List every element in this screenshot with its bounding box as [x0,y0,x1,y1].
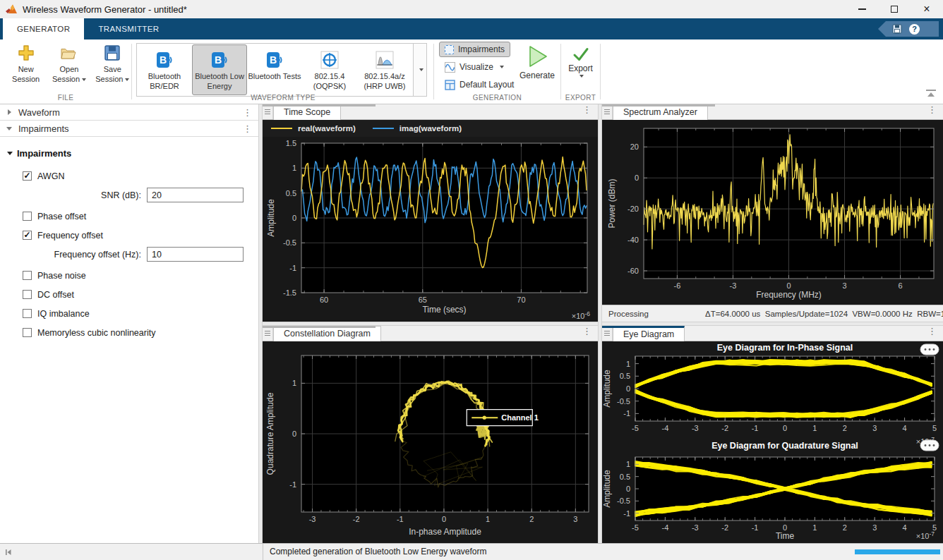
panel-handle[interactable] [602,104,613,119]
panel-handle[interactable] [602,326,613,341]
frequency-offset-hz-row: Frequency offset (Hz): [0,247,258,262]
close-button[interactable]: × [911,0,943,18]
snr-input[interactable] [147,188,244,202]
tab-transmitter[interactable]: TRANSMITTER [84,18,173,39]
legend-swatch-imag [373,128,394,130]
default-layout-button[interactable]: Default Layout [439,77,519,92]
awgn-checkbox[interactable] [23,171,32,181]
collapse-icon [926,90,936,91]
minimize-button[interactable] [846,0,878,18]
spectrum-tab[interactable]: Spectrum Analyzer [613,104,708,120]
export-button[interactable]: Export [561,39,600,78]
open-session-button[interactable]: Open Session [50,44,88,85]
panel-handle[interactable] [263,104,273,119]
svg-text:-1: -1 [289,264,296,272]
handle-icon [604,109,610,115]
iq-imbalance-checkbox[interactable] [23,309,32,318]
open-folder-icon [60,44,78,62]
svg-text:-20: -20 [627,205,639,213]
panel-drag-strip[interactable] [602,104,715,106]
dc-offset-checkbox[interactable] [23,290,32,299]
spectrum-status-measurements: ΔT=64.0000 us Samples/Update=1024 VBW=0.… [705,310,943,318]
waveform-type-gallery: B Bluetooth BR/EDR B Bluetooth Low Energ… [136,43,427,97]
svg-text:0: 0 [626,485,630,493]
svg-text:0.5: 0.5 [620,473,630,481]
spectrum-body: -6-3036-60-40-20020Power (dBm)Frequency … [602,120,943,322]
awgn-row: AWGN [23,171,258,181]
svg-text:0: 0 [635,174,639,182]
spectrum-tabbar: Spectrum Analyzer ⋮ [602,104,943,120]
eye-body: -5-4-3-2-1012345-1-0.500.51Eye Diagram f… [602,341,943,543]
eye-diagram-tab[interactable]: Eye Diagram [613,326,685,341]
bluetooth-icon: B [265,51,284,69]
waveform-bluetooth-bredr[interactable]: B Bluetooth BR/EDR [137,44,192,95]
svg-text:-3: -3 [692,424,699,432]
eye-options-button[interactable] [920,344,939,355]
panel-handle[interactable] [263,326,273,341]
phase-offset-checkbox[interactable] [23,212,32,221]
eye-menu[interactable]: ⋮ [921,326,943,341]
impairments-form: Impairments AWGN SNR (dB): Phase offset … [0,148,258,338]
panel-drag-strip[interactable] [263,104,376,106]
constellation-menu[interactable]: ⋮ [576,326,598,341]
memoryless-checkbox[interactable] [23,328,32,337]
impairments-toggle[interactable]: Impairments [439,42,510,57]
svg-text:1: 1 [626,360,630,368]
impairments-group-header[interactable]: Impairments [7,148,258,159]
generate-button[interactable]: Generate [516,44,558,80]
svg-text:-3: -3 [692,523,699,532]
progress-bar [855,549,940,554]
impairments-section-header[interactable]: Impairments ⋮ [0,121,258,137]
svg-text:-2: -2 [721,523,728,532]
svg-text:-3: -3 [309,515,316,523]
svg-text:4: 4 [903,523,907,532]
legend-label-imag: imag(waveform) [400,124,462,133]
svg-text:3: 3 [872,523,877,532]
svg-text:0: 0 [442,515,446,523]
impairments-section-menu[interactable]: ⋮ [236,123,258,134]
new-session-button[interactable]: New Session [7,44,44,85]
save-session-button[interactable]: Save Session [94,44,131,85]
constellation-tab[interactable]: Constellation Diagram [273,326,381,341]
oqpsk-target-icon [320,51,339,69]
tab-generator[interactable]: GENERATOR [3,18,84,39]
gallery-dropdown-button[interactable] [413,44,426,96]
panel-drag-strip-active[interactable] [602,326,681,328]
help-button[interactable]: ? [909,24,920,35]
waveform-802-15-4-oqpsk[interactable]: 802.15.4 (OQPSK) [302,44,357,95]
time-scope-tab[interactable]: Time Scope [273,104,341,120]
panel-drag-strip[interactable] [263,326,376,328]
spectrum-menu[interactable]: ⋮ [921,104,943,119]
collapse-panel-icon[interactable] [4,548,13,556]
svg-text:-0.5: -0.5 [283,238,296,247]
chevron-down-icon [500,66,504,68]
svg-text:-2: -2 [721,424,728,432]
statusbar-divider [263,544,263,560]
waveform-section-header[interactable]: Waveform ⋮ [0,104,258,121]
main-area: Waveform ⋮ Impairments ⋮ Impairments AWG… [0,104,943,543]
svg-text:×10-7: ×10-7 [916,530,935,540]
maximize-button[interactable] [878,0,911,18]
waveform-section-menu[interactable]: ⋮ [236,107,258,118]
frequency-offset-input[interactable] [147,247,244,262]
waveform-802-15-4az-hrp-uwb[interactable]: 802.15.4a/z (HRP UWB) [357,44,412,95]
eye-options-button[interactable] [920,440,939,451]
svg-text:2: 2 [529,515,534,523]
uwb-pulse-icon [376,51,394,69]
visualize-button[interactable]: Visualize [439,59,510,75]
collapse-toolstrip-button[interactable] [926,90,936,97]
file-section-label: FILE [0,94,131,102]
time-scope-tabbar: Time Scope ⋮ [263,104,598,120]
time-scope-menu[interactable]: ⋮ [576,104,598,119]
svg-text:2: 2 [843,424,847,432]
spectrum-status-state: Processing [602,310,705,318]
svg-text:-1.5: -1.5 [283,288,296,297]
matlab-icon [6,4,17,14]
frequency-offset-checkbox[interactable] [23,231,32,240]
svg-text:Channel 1: Channel 1 [501,413,539,422]
phase-noise-checkbox[interactable] [23,271,32,280]
waveform-bluetooth-low-energy[interactable]: B Bluetooth Low Energy [192,44,247,95]
section-divider [600,44,601,99]
waveform-bluetooth-tests[interactable]: B Bluetooth Tests [247,44,302,95]
quick-save-icon[interactable] [892,24,902,34]
